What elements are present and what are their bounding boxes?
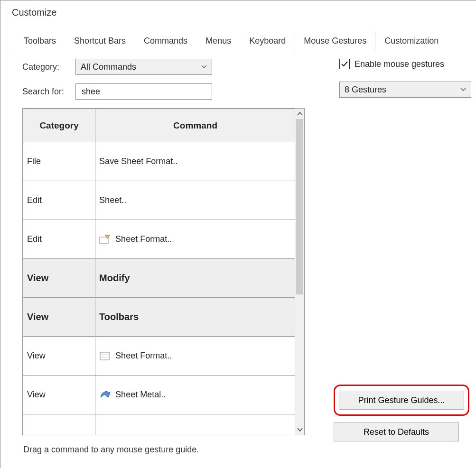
scroll-up-button[interactable] xyxy=(295,109,304,119)
command-table-wrapper: Category Command FileSave Sheet Format..… xyxy=(22,108,305,435)
command-label: Modify xyxy=(99,273,130,284)
checkbox-box xyxy=(339,59,350,69)
category-label: Category: xyxy=(22,62,75,72)
gesture-count-value: 8 Gestures xyxy=(345,85,386,95)
scroll-down-button[interactable] xyxy=(295,424,304,435)
table-row[interactable]: FileSave Sheet Format.. xyxy=(23,142,296,181)
reset-to-defaults-button[interactable]: Reset to Defaults xyxy=(334,422,459,441)
chevron-down-icon xyxy=(460,88,466,92)
tab-toolbars[interactable]: Toolbars xyxy=(15,32,65,50)
category-row: Category: All Commands xyxy=(22,59,333,75)
enable-gestures-checkbox[interactable]: Enable mouse gestures xyxy=(339,59,470,69)
cell-category: File xyxy=(23,142,95,181)
cell-category: Edit xyxy=(23,181,95,220)
vertical-scrollbar[interactable] xyxy=(295,109,304,435)
command-label: Toolbars xyxy=(99,312,139,322)
sheetmetal-icon xyxy=(99,390,112,400)
gesture-count-dropdown[interactable]: 8 Gestures xyxy=(339,82,471,98)
cell-command: Sheet Format.. xyxy=(95,220,296,259)
chevron-down-icon xyxy=(201,65,207,69)
page-edit-icon xyxy=(99,234,112,245)
search-input-wrapper xyxy=(75,83,212,100)
col-header-category[interactable]: Category xyxy=(23,109,95,142)
cell-command: Save Sheet Format.. xyxy=(95,142,296,181)
cell-command: Sheet.. xyxy=(95,181,296,220)
cell-command: Sheet Format.. xyxy=(95,337,296,376)
table-row[interactable]: EditSheet Format.. xyxy=(23,220,296,259)
table-row[interactable]: ViewModify xyxy=(23,259,296,298)
category-dropdown[interactable]: All Commands xyxy=(75,59,212,75)
tab-customization[interactable]: Customization xyxy=(375,32,448,50)
page-icon xyxy=(99,351,112,361)
dialog-title: Customize xyxy=(0,0,476,18)
col-header-command[interactable]: Command xyxy=(95,109,296,142)
command-label: Sheet.. xyxy=(99,195,126,205)
cell-category: View xyxy=(23,259,95,298)
cell-category: View xyxy=(23,337,95,376)
search-row: Search for: xyxy=(22,83,333,100)
cell-category: Edit xyxy=(23,220,95,259)
command-table: Category Command FileSave Sheet Format..… xyxy=(23,109,296,435)
highlight-annotation: Print Gesture Guides... xyxy=(334,385,469,416)
print-gesture-guides-button[interactable]: Print Gesture Guides... xyxy=(339,391,464,410)
tab-strip: ToolbarsShortcut BarsCommandsMenusKeyboa… xyxy=(15,31,476,50)
search-input[interactable] xyxy=(81,86,207,97)
command-label: Sheet Format.. xyxy=(115,351,172,361)
tab-commands[interactable]: Commands xyxy=(135,32,196,50)
table-row[interactable] xyxy=(23,414,296,435)
cell-category: View xyxy=(23,298,95,337)
tab-shortcut-bars[interactable]: Shortcut Bars xyxy=(65,32,135,50)
cell-command: Modify xyxy=(95,259,296,298)
command-label: Save Sheet Format.. xyxy=(99,156,177,166)
cell-command: Sheet Metal.. xyxy=(95,376,296,414)
tab-mouse-gestures[interactable]: Mouse Gestures xyxy=(295,32,375,50)
customize-dialog: Customize ToolbarsShortcut BarsCommandsM… xyxy=(0,0,476,468)
command-label: Sheet Metal.. xyxy=(115,390,166,400)
table-row[interactable]: EditSheet.. xyxy=(23,181,296,220)
svg-rect-1 xyxy=(100,352,110,360)
scroll-track[interactable] xyxy=(295,119,304,424)
cell-command: Toolbars xyxy=(95,298,296,337)
enable-gestures-label: Enable mouse gestures xyxy=(355,59,444,69)
left-pane: Category: All Commands Search for: xyxy=(22,59,333,435)
action-buttons: Print Gesture Guides... Reset to Default… xyxy=(334,385,469,452)
cell-category: View xyxy=(23,376,95,414)
category-value: All Commands xyxy=(81,62,136,72)
tab-menus[interactable]: Menus xyxy=(196,32,240,50)
table-row[interactable]: ViewToolbars xyxy=(23,298,296,337)
command-label: Sheet Format.. xyxy=(115,234,172,244)
search-label: Search for: xyxy=(22,87,75,97)
content-area: Category: All Commands Search for: xyxy=(0,50,476,435)
right-pane: Enable mouse gestures 8 Gestures xyxy=(333,59,470,435)
command-table-scroll: Category Command FileSave Sheet Format..… xyxy=(23,109,304,435)
table-row[interactable]: ViewSheet Metal.. xyxy=(23,376,296,414)
scroll-thumb[interactable] xyxy=(296,119,303,294)
tab-keyboard[interactable]: Keyboard xyxy=(240,32,295,50)
table-row[interactable]: ViewSheet Format.. xyxy=(23,337,296,376)
